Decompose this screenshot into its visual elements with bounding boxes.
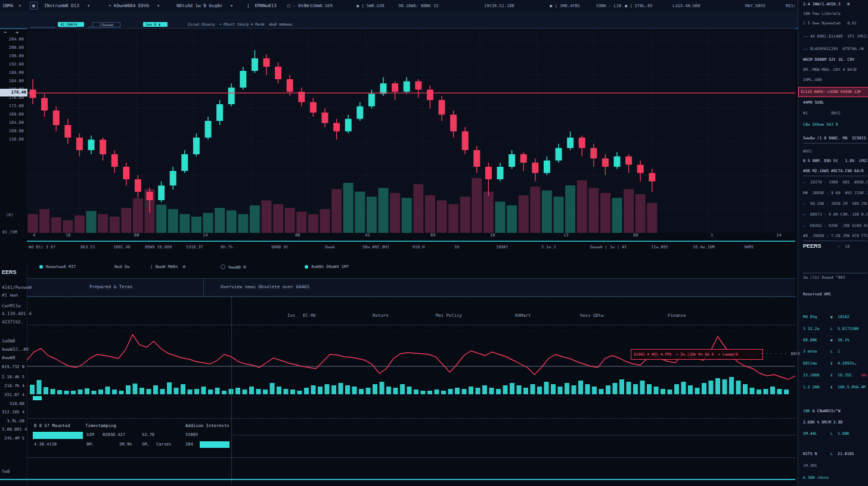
bottom-axis-label-13: 318.00 — [2, 401, 24, 406]
x-date-label-8: 58w.#H2.8H1 — [362, 245, 389, 250]
sidebar-row-20[interactable]: #8 J9899 - T.U8 JM4 979 TT90 — [803, 233, 867, 241]
bottom-axis-label-17: 245.4M 5 — [2, 436, 24, 441]
bottom-axis-label-10: 2.18.4K 5 — [2, 375, 24, 379]
peers-value: ~ 18 — [838, 244, 850, 249]
sidebar-row-0[interactable]: 2.4 1NW/1.4U59.3 W — [803, 2, 867, 7]
sidebar2-row-13[interactable]: 1M.3M1 — [803, 463, 867, 468]
column-header-0[interactable]: Ivs — [287, 313, 295, 318]
tab-1[interactable]: Overview news Obsolete over 60465 — [221, 284, 309, 289]
sidebar2-row-5[interactable]: 3 mnnwL1 — [803, 349, 867, 354]
legend-item-2[interactable]: | NwwW MW8n ⊞ — [150, 264, 185, 269]
table-r2c5: 204 — [185, 442, 193, 447]
sidebar2-row-14[interactable]: & 300 /mins — [803, 475, 867, 480]
x-tick-5: 45 — [365, 233, 370, 238]
sidebar2-row-8[interactable]: 1.2 2AN£10A.5.0%6.4M — [803, 385, 867, 390]
sidebar-row-17[interactable]: — 98.390 - 1958 1M 509 29U — [803, 201, 867, 206]
sidebar2-row-2[interactable]: Md 8%q◉10102 — [803, 314, 867, 319]
sidebar2-row-1[interactable]: Reserved AM1 — [803, 292, 867, 297]
table-r1c3: 55003 — [185, 432, 198, 437]
x-date-label-2: 1001.40 — [113, 245, 131, 250]
bottom-axis-label-15: 3.9L.U0 — [2, 419, 24, 423]
sidebar-row-2[interactable]: 1 5 Gww Nywwwtwm 0.61 — [803, 21, 867, 26]
bottom-axis-label-11: 218.7K 4 — [2, 384, 24, 388]
sidebar2-row-11[interactable]: 5M.44LL1.80K — [803, 431, 867, 436]
x-date-label-5: 8h.7% — [221, 245, 232, 250]
sidebar-alert-row[interactable]: 5L118 4W98: L45B8 KA98N 12# — [798, 87, 868, 97]
sidebar2-row-6[interactable]: D811mw£4.2893%… — [803, 361, 867, 366]
column-header-4[interactable]: RAMart — [515, 313, 531, 318]
sidebar-row-3[interactable]: —— 4A 0901.811409 1P1 1M5134 — [803, 34, 867, 39]
x-tick-11: 14 — [776, 233, 781, 238]
x-date-label-4: 5318.3T — [186, 245, 203, 250]
sidebar-row-11[interactable]: 5ww8w /1 8 900C. M0 5C9815 50# — [803, 136, 867, 144]
sidebar-row-1[interactable]: 100 Paw Liberata — [803, 11, 867, 16]
column-header-6[interactable]: Finance — [668, 313, 686, 318]
x-tick-9: 68 — [633, 233, 638, 238]
sidebar-row-13[interactable]: 0 5 80M. D95 5t 1.8U LM23 — [803, 158, 867, 163]
column-header-2[interactable]: Return — [373, 313, 388, 318]
legend-item-3[interactable]: HwwW8 M — [221, 264, 246, 270]
peers-header: PEERS~ 18 — [803, 243, 867, 249]
sidebar2-row-10[interactable]: 2.60K % 8M/M 2.8D — [803, 420, 867, 425]
bottom-axis-label-16: 3.00.001 4 — [2, 427, 24, 432]
sidebar-row-6[interactable]: 8M..M6W M0A..58t 4 04J8 — [803, 67, 867, 72]
table-r2c2: 5M.9% — [119, 442, 132, 447]
table-r1c1: 02038.427 — [103, 432, 125, 437]
sidebar2-row-7[interactable]: 33.1000£18.355mm — [803, 373, 867, 378]
sidebar2-row-12[interactable]: N1T5 NL21.0185 — [803, 451, 867, 456]
sidebar-row-14[interactable]: #88 M2.1AW5 #9CTA.C96 6A/8 — [803, 169, 867, 176]
column-header-1[interactable]: EC-Mk — [303, 313, 316, 318]
sidebar-row-5[interactable]: WN1M D800M 52t 1G. C8V — [803, 57, 867, 62]
sidebar-row-19[interactable]: — D9392 - 929E J98 9J89 X04# — [803, 223, 867, 228]
x-tick-2: 60 — [134, 233, 139, 238]
table-progress-bar-0 — [33, 432, 83, 439]
time-axis: 4186014004569181368114Wd 8tc 3 97863.511… — [0, 0, 799, 256]
sidebar-row-18[interactable]: — 88973 - 9 6R C9M. 190 0.60# — [803, 212, 867, 217]
x-date-label-15: 10.4w.10M — [693, 245, 715, 250]
alert-callout[interactable]: 01981 4 #81 4.PP8 + 5% (28b 0% 6b 8 + Lw… — [631, 349, 763, 360]
dot-icon — [39, 265, 43, 269]
legend-item-4[interactable]: #wW8n D8wW4 1MT — [305, 264, 349, 269]
x-tick-8: 13 — [563, 233, 568, 238]
bottom-axis-label-18: Yw8 — [2, 469, 10, 474]
dot-icon — [305, 265, 308, 269]
legend-item-0[interactable]: Nwwwtww8 MIT — [39, 264, 76, 269]
x-date-label-6: 9AN8 9t — [271, 245, 289, 250]
sidebar-row-12[interactable]: W93) — [803, 149, 867, 154]
x-tick-3: 14 — [203, 233, 207, 238]
bottom-axis-label-7: 0wwW3J..#D — [2, 347, 29, 352]
x-date-label-0: Wd 8tc 3 97 — [29, 245, 55, 250]
x-date-label-12: 2.1w.1 — [541, 245, 556, 250]
x-date-label-11: 180#1 — [496, 245, 508, 250]
bottom-axis-label-5: 4237192. — [2, 319, 23, 325]
right-sidebar: 2.4 1NW/1.4U59.3 W100 Paw Liberata1 5 Gw… — [798, 0, 868, 486]
chart-top-border — [27, 325, 795, 325]
sidebar2-row-9[interactable]: 10K & C0wW815/^W — [803, 409, 867, 413]
column-header-5[interactable]: hess GOtw — [580, 313, 604, 318]
bottom-tabs-row — [27, 278, 795, 297]
sidebar-row-8[interactable]: 4AM9 5U8L — [803, 100, 867, 105]
bottom-panel: 01981 4 #81 4.PP8 + 5% (28b 0% 6b 8 + Lw… — [0, 253, 799, 486]
sidebar2-row-0[interactable]: 3w /111 8www4 ^8#3 — [803, 273, 867, 280]
sidebar-row-15[interactable]: — 19370 - 1908 901 #098.C # — [803, 180, 867, 185]
bottom-axis-label-8: #wwW8 — [2, 355, 16, 360]
sidebar-row-16[interactable]: M# 20898 - 9 69 #93 3198 J0# — [803, 191, 867, 195]
bottom-axis-label-2: #1 mwn — [2, 292, 18, 298]
x-date-label-3: 00W9 10.800 — [145, 245, 172, 250]
sidebar2-row-3[interactable]: 3 32.2wL5.8173300 — [803, 326, 867, 331]
legend-item-1[interactable]: Nwd Ow — [114, 264, 129, 269]
x-date-label-10: 10 — [454, 245, 459, 250]
sidebar-row-4[interactable]: —— 8L4U9Y01C295 6T9T6A./W — [803, 46, 867, 51]
oscillator-chart — [27, 325, 795, 396]
sidebar2-row-4[interactable]: 88.00K◉38.2% — [803, 338, 867, 342]
table-header-0: B 8 S? Mounted — [34, 423, 70, 428]
x-date-label-9: 018.H — [413, 245, 424, 250]
column-header-3[interactable]: Mei Policy — [436, 313, 462, 318]
sidebar-row-7[interactable]: 29ML.U80 — [803, 77, 867, 82]
sidebar-row-10[interactable]: C0w 5Xkww 5A3 8 — [803, 122, 867, 127]
mini-legend-chip[interactable] — [33, 396, 42, 400]
grid-line-2 — [27, 457, 795, 458]
circle-icon — [221, 264, 225, 269]
tab-0[interactable]: Prepared & Terms — [89, 284, 132, 289]
sidebar-row-9[interactable]: W1 80t2 — [803, 111, 867, 116]
